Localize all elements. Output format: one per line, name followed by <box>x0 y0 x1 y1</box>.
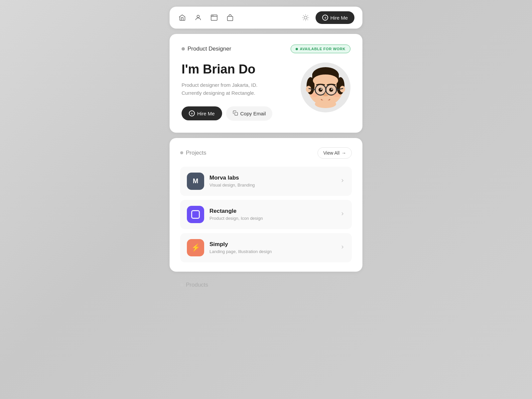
available-text: AVAILABLE FOR WORK <box>300 47 345 51</box>
arrow-right-icon: → <box>341 150 346 156</box>
svg-point-36 <box>315 100 336 108</box>
svg-rect-5 <box>227 16 233 21</box>
project-name-morva: Morva labs <box>209 175 255 181</box>
navbar: + Hire Me <box>170 7 362 29</box>
hero-desc-line1: Product designer from Jakarta, ID. <box>182 82 257 88</box>
page-wrapper: + Hire Me Product Designer AVAILABLE FOR… <box>170 7 362 288</box>
hero-actions: + Hire Me Copy Email <box>182 106 291 121</box>
svg-point-35 <box>333 93 340 97</box>
home-icon[interactable] <box>178 13 187 22</box>
svg-line-14 <box>308 15 308 16</box>
project-name-simply: Simply <box>209 241 272 248</box>
chevron-right-morva <box>340 178 345 185</box>
hire-me-nav-label: Hire Me <box>330 15 348 21</box>
available-badge: AVAILABLE FOR WORK <box>291 45 350 53</box>
projects-section-header: Projects View All → <box>180 147 352 159</box>
hire-me-main-label: Hire Me <box>197 111 215 116</box>
bag-icon[interactable] <box>225 13 235 22</box>
chevron-right-rectangle <box>340 211 345 218</box>
project-left-rectangle: Rectangle Product design, Icon design <box>187 206 263 223</box>
avatar-svg <box>304 66 347 109</box>
hire-me-main-button[interactable]: + Hire Me <box>182 106 222 120</box>
hero-desc-line2: Currently designing at Rectangle. <box>182 90 255 96</box>
hero-content: I'm Brian Do Product designer from Jakar… <box>182 63 350 121</box>
projects-title-text: Projects <box>186 150 206 156</box>
project-tags-simply: Landing page, Illustration design <box>209 249 272 254</box>
svg-point-0 <box>197 15 199 18</box>
profile-icon[interactable] <box>194 13 203 22</box>
project-info-rectangle: Rectangle Product design, Icon design <box>209 208 263 221</box>
hero-top: Product Designer AVAILABLE FOR WORK <box>182 45 350 53</box>
chevron-right-simply <box>340 244 345 251</box>
svg-point-32 <box>321 88 322 90</box>
project-item-morva[interactable]: M Morva labs Visual design, Branding <box>180 167 352 196</box>
avatar <box>301 63 350 112</box>
copy-email-label: Copy Email <box>240 111 266 116</box>
products-peek: Products <box>170 277 362 288</box>
svg-point-31 <box>329 88 333 92</box>
morva-letter: M <box>193 177 199 185</box>
plus-icon-nav: + <box>322 15 328 21</box>
view-all-button[interactable]: View All → <box>318 147 352 159</box>
svg-line-13 <box>303 20 304 20</box>
project-left-morva: M Morva labs Visual design, Branding <box>187 173 255 190</box>
role-label: Product Designer <box>182 46 231 52</box>
lightning-icon: ⚡ <box>191 243 200 252</box>
svg-rect-1 <box>211 15 217 21</box>
hero-name: I'm Brian Do <box>182 63 291 76</box>
svg-point-6 <box>304 16 307 19</box>
nav-icons <box>178 13 235 22</box>
project-logo-morva: M <box>187 173 204 190</box>
copy-icon <box>233 110 238 117</box>
svg-line-10 <box>308 20 308 20</box>
sun-icon[interactable] <box>301 13 310 22</box>
project-info-simply: Simply Landing page, Illustration design <box>209 241 272 254</box>
role-dot <box>182 47 185 51</box>
project-tags-morva: Visual design, Branding <box>209 183 255 188</box>
plus-icon-main: + <box>189 110 195 116</box>
products-dot <box>180 283 183 286</box>
project-logo-simply: ⚡ <box>187 239 204 256</box>
project-item-rectangle[interactable]: Rectangle Product design, Icon design <box>180 200 352 229</box>
copy-email-button[interactable]: Copy Email <box>226 106 273 121</box>
nav-right: + Hire Me <box>301 11 354 24</box>
svg-point-33 <box>331 88 332 90</box>
svg-line-9 <box>303 15 304 16</box>
svg-point-34 <box>311 93 318 97</box>
hero-card: Product Designer AVAILABLE FOR WORK I'm … <box>170 34 362 133</box>
products-title-text: Products <box>186 282 208 288</box>
view-all-label: View All <box>323 150 339 156</box>
role-text: Product Designer <box>188 46 231 52</box>
hero-text: I'm Brian Do Product designer from Jakar… <box>182 63 291 121</box>
available-dot <box>296 48 298 50</box>
project-tags-rectangle: Product design, Icon design <box>209 216 263 221</box>
svg-rect-15 <box>235 112 238 115</box>
projects-card: Projects View All → M Morva labs Visual … <box>170 138 362 272</box>
project-item-simply[interactable]: ⚡ Simply Landing page, Illustration desi… <box>180 233 352 262</box>
svg-point-30 <box>319 88 323 92</box>
rectangle-inner-icon <box>191 210 200 219</box>
products-section-title: Products <box>180 282 352 288</box>
browser-icon[interactable] <box>209 13 219 22</box>
project-logo-rectangle <box>187 206 204 223</box>
hire-me-nav-button[interactable]: + Hire Me <box>316 11 354 24</box>
hero-description: Product designer from Jakarta, ID. Curre… <box>182 81 291 97</box>
project-name-rectangle: Rectangle <box>209 208 263 214</box>
project-left-simply: ⚡ Simply Landing page, Illustration desi… <box>187 239 272 256</box>
projects-section-dot <box>180 151 183 154</box>
project-info-morva: Morva labs Visual design, Branding <box>209 175 255 188</box>
projects-section-title: Projects <box>180 150 206 156</box>
